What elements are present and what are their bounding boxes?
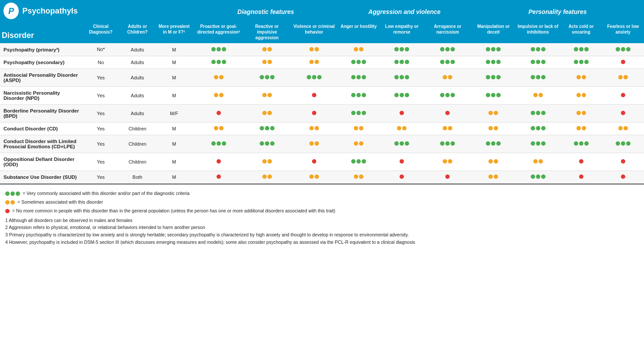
violence_criminal-cell [291,135,338,153]
disorder-name: Psychopathy (primary³) [0,43,81,56]
reactive_agg-cell [244,105,291,123]
col-fearless: Fearless or low anxiety [602,22,644,43]
low_empathy-cell [380,153,424,171]
clinical-dx-cell: Yes [81,123,120,135]
low_empathy-cell [380,87,424,105]
violence_criminal-cell [291,56,338,69]
proactive_agg-cell [194,171,244,184]
proactive_agg-cell [194,43,244,56]
manipulation-cell [471,87,515,105]
violence_criminal-cell [291,171,338,184]
fearless-cell [602,105,644,123]
fearless-cell [602,87,644,105]
footer: = Very commonly associated with this dis… [0,184,644,249]
section-aggression: Aggression and violence [338,0,471,22]
proactive_agg-cell [194,123,244,135]
footnote: 2 Aggression refers to physical, emotion… [5,224,639,231]
acts_cold-cell [560,135,602,153]
impulsive-cell [516,135,560,153]
table-row: Psychopathy (primary³)No⁴AdultsM [0,43,644,56]
adults-children-cell: Adults [120,87,154,105]
acts_cold-cell [560,153,602,171]
reactive_agg-cell [244,43,291,56]
low_empathy-cell [380,56,424,69]
prevalent-mf-cell: M [154,87,193,105]
proactive_agg-cell [194,135,244,153]
fearless-cell [602,43,644,56]
reactive_agg-cell [244,69,291,87]
manipulation-cell [471,135,515,153]
legend-text: = Sometimes associated with this disorde… [17,198,103,206]
prevalent-mf-cell: M [154,123,193,135]
reactive_agg-cell [244,135,291,153]
col-manipulation: Manipulation or deceit [471,22,515,43]
impulsive-cell [516,123,560,135]
impulsive-cell [516,87,560,105]
anger_hostility-cell [338,105,380,123]
arrogance-cell [424,135,471,153]
prevalent-mf-cell: M [154,69,193,87]
anger_hostility-cell [338,56,380,69]
manipulation-cell [471,153,515,171]
disorder-name: Substance Use Disorder (SUD) [0,171,81,184]
impulsive-cell [516,56,560,69]
low_empathy-cell [380,123,424,135]
reactive_agg-cell [244,153,291,171]
table-row: Psychopathy (secondary)NoAdultsM [0,56,644,69]
manipulation-cell [471,123,515,135]
reactive_agg-cell [244,171,291,184]
manipulation-cell [471,171,515,184]
disorder-name: Conduct Disorder with Limited Prosocial … [0,135,81,153]
impulsive-cell [516,69,560,87]
arrogance-cell [424,69,471,87]
col-low-empathy: Low empathy or remorse [380,22,424,43]
logo-icon: P [3,3,19,19]
manipulation-cell [471,43,515,56]
clinical-dx-cell: Yes [81,87,120,105]
footnote: 3 Primary psychopathy is characterized b… [5,231,639,239]
acts_cold-cell [560,87,602,105]
proactive_agg-cell [194,69,244,87]
acts_cold-cell [560,43,602,56]
fearless-cell [602,69,644,87]
impulsive-cell [516,171,560,184]
footnote: 1 Although all disorders can be observed… [5,217,639,224]
acts_cold-cell [560,69,602,87]
arrogance-cell [424,43,471,56]
impulsive-cell [516,153,560,171]
table-row: Narcissistic Personality Disorder (NPD)Y… [0,87,644,105]
col-disorder: Disorder [0,22,81,43]
violence_criminal-cell [291,43,338,56]
disorder-name: Borderline Personality Disorder (BPD) [0,105,81,123]
legend-item: = Very commonly associated with this dis… [5,190,639,198]
table-row: Oppositional Defiant Disorder (ODD)YesCh… [0,153,644,171]
footnote: 4 However, psychopathy is included in DS… [5,239,639,246]
col-arrogance: Arrogance or narcissism [424,22,471,43]
table-row: Substance Use Disorder (SUD)YesBothM [0,171,644,184]
anger_hostility-cell [338,123,380,135]
col-proactive-agg: Proactive or goal-directed aggression² [194,22,244,43]
anger_hostility-cell [338,135,380,153]
manipulation-cell [471,56,515,69]
prevalent-mf-cell: M [154,171,193,184]
logo-row: P PsychopathyIs [3,3,78,19]
impulsive-cell [516,105,560,123]
anger_hostility-cell [338,69,380,87]
violence_criminal-cell [291,69,338,87]
clinical-dx-cell: No [81,56,120,69]
table-row: Conduct Disorder (CD)YesChildrenM [0,123,644,135]
anger_hostility-cell [338,87,380,105]
arrogance-cell [424,56,471,69]
proactive_agg-cell [194,105,244,123]
adults-children-cell: Children [120,135,154,153]
disorder-name: Narcissistic Personality Disorder (NPD) [0,87,81,105]
proactive_agg-cell [194,56,244,69]
low_empathy-cell [380,69,424,87]
section-personality: Personality features [471,0,644,22]
prevalent-mf-cell: M [154,135,193,153]
prevalent-mf-cell: M [154,43,193,56]
table-row: Antisocial Personality Disorder (ASPD)Ye… [0,69,644,87]
clinical-dx-cell: Yes [81,153,120,171]
adults-children-cell: Adults [120,43,154,56]
arrogance-cell [424,105,471,123]
